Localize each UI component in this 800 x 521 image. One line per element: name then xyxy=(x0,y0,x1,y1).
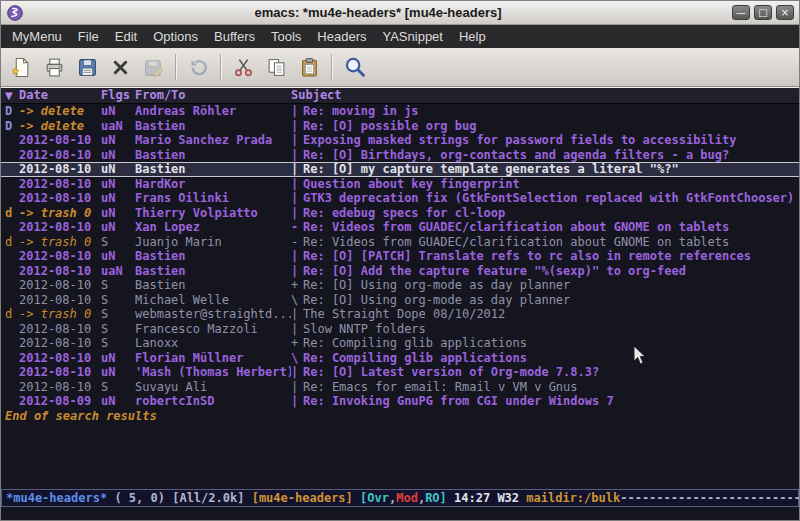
row-thread-indicator: | xyxy=(291,394,303,409)
message-row[interactable]: 2012-08-10uNBastien|Re: [O] my capture t… xyxy=(1,162,799,177)
row-subject: Re: Videos from GUADEC/clarification abo… xyxy=(303,220,799,235)
menu-help[interactable]: Help xyxy=(451,25,494,48)
menu-yasnippet[interactable]: YASnippet xyxy=(374,25,450,48)
message-row[interactable]: 2012-08-10uN'Mash (Thomas Herbert)|Re: [… xyxy=(1,365,799,380)
toolbar-copy-button[interactable] xyxy=(261,52,292,83)
row-flags: uN xyxy=(101,394,135,409)
message-row[interactable]: 2012-08-10uNHardKor|Question about key f… xyxy=(1,177,799,192)
row-flags: uN xyxy=(101,148,135,163)
toolbar-close-button[interactable] xyxy=(105,52,136,83)
column-header-date[interactable]: Date xyxy=(19,88,101,103)
message-row[interactable]: 2012-08-10uNMario Sanchez Prada|Exposing… xyxy=(1,133,799,148)
row-subject: Re: moving in js xyxy=(303,104,799,119)
titlebar[interactable]: emacs: *mu4e-headers* [mu4e-headers] — □… xyxy=(1,1,799,25)
row-thread-indicator: + xyxy=(291,336,303,351)
message-row[interactable]: 2012-08-10uNXan Lopez-Re: Videos from GU… xyxy=(1,220,799,235)
row-flags: uN xyxy=(101,351,135,366)
row-date: 2012-08-10 xyxy=(19,365,101,380)
row-from: Michael Welle xyxy=(135,293,291,308)
message-row[interactable]: 2012-08-10uNFlorian Müllner\Re: Compilin… xyxy=(1,351,799,366)
message-row[interactable]: 2012-08-10SLanoxx+Re: Compiling glib app… xyxy=(1,336,799,351)
message-row[interactable]: 2012-08-10SBastien+Re: [O] Using org-mod… xyxy=(1,278,799,293)
message-row[interactable]: D-> deleteuaNBastien|Re: [O] possible or… xyxy=(1,119,799,134)
message-row[interactable]: 2012-08-10SSuvayu Ali|Re: Emacs for emai… xyxy=(1,380,799,395)
menu-options[interactable]: Options xyxy=(145,25,206,48)
column-header-flags[interactable]: Flgs xyxy=(101,88,135,103)
toolbar-new-file-button[interactable] xyxy=(6,52,37,83)
row-date: -> delete xyxy=(19,119,101,134)
row-date: 2012-08-10 xyxy=(19,293,101,308)
message-row[interactable]: 2012-08-10SFrancesco Mazzoli|Slow NNTP f… xyxy=(1,322,799,337)
toolbar-cut-button[interactable] xyxy=(228,52,259,83)
toolbar-save-button[interactable] xyxy=(72,52,103,83)
row-subject: Re: [O] Using org-mode as day planner xyxy=(303,278,799,293)
toolbar-paste-button[interactable] xyxy=(294,52,325,83)
minimize-button[interactable]: — xyxy=(732,5,750,20)
row-mark xyxy=(5,322,19,337)
row-thread-indicator: | xyxy=(291,191,303,206)
echo-area[interactable] xyxy=(1,507,799,520)
row-date: 2012-08-10 xyxy=(19,133,101,148)
row-subject: Re: [O] my capture template generates a … xyxy=(303,162,799,177)
row-date: 2012-08-09 xyxy=(19,394,101,409)
menu-mymenu[interactable]: MyMenu xyxy=(4,25,70,48)
mode-line[interactable]: *mu4e-headers* ( 5, 0) [All/2.0k] [mu4e-… xyxy=(1,489,799,507)
modeline-dashes: ---------------------------------------- xyxy=(620,491,799,505)
row-date: -> delete xyxy=(19,104,101,119)
message-row[interactable]: 2012-08-10uNBastien|Re: [O] [PATCH] Tran… xyxy=(1,249,799,264)
row-from: Bastien xyxy=(135,148,291,163)
message-row[interactable]: d-> trash 0uNThierry Volpiatto|Re: edebu… xyxy=(1,206,799,221)
row-from: Xan Lopez xyxy=(135,220,291,235)
row-mark xyxy=(5,336,19,351)
save-icon xyxy=(77,57,98,78)
menu-file[interactable]: File xyxy=(70,25,107,48)
message-row[interactable]: d-> trash 0SJuanjo Marin-Re: Videos from… xyxy=(1,235,799,250)
menu-buffers[interactable]: Buffers xyxy=(206,25,263,48)
row-date: 2012-08-10 xyxy=(19,148,101,163)
menu-tools[interactable]: Tools xyxy=(263,25,309,48)
message-row[interactable]: D-> deleteuNAndreas Röhler|Re: moving in… xyxy=(1,104,799,119)
row-date: 2012-08-10 xyxy=(19,322,101,337)
message-row[interactable]: 2012-08-10uNFrans Oilinki|GTK3 deprecati… xyxy=(1,191,799,206)
message-row[interactable]: 2012-08-09uNrobertcInSD|Re: Invoking Gnu… xyxy=(1,394,799,409)
column-header-subject[interactable]: Subject xyxy=(291,88,799,103)
modeline-size: [All/2.0k] xyxy=(172,491,251,505)
toolbar-print-button[interactable] xyxy=(39,52,70,83)
close-button[interactable]: × xyxy=(776,5,794,20)
message-row[interactable]: 2012-08-10uaNBastien|Re: [O] Add the cap… xyxy=(1,264,799,279)
row-mark xyxy=(5,177,19,192)
row-mark xyxy=(5,162,19,177)
modeline-modified: Mod xyxy=(396,491,418,505)
row-subject: The Straight Dope 08/10/2012 xyxy=(303,307,799,322)
message-row[interactable]: 2012-08-10SMichael Welle\Re: [O] Using o… xyxy=(1,293,799,308)
row-flags: uaN xyxy=(101,119,135,134)
row-from: HardKor xyxy=(135,177,291,192)
row-thread-indicator: | xyxy=(291,119,303,134)
toolbar-search-button[interactable] xyxy=(339,52,370,83)
modeline-time: 14:27 xyxy=(454,491,497,505)
row-thread-indicator: | xyxy=(291,148,303,163)
message-row[interactable]: d-> trash 0Swebmaster@straightd...|The S… xyxy=(1,307,799,322)
sort-descending-icon[interactable]: ▼ xyxy=(5,88,19,103)
emacs-icon xyxy=(6,4,24,22)
row-thread-indicator: - xyxy=(291,235,303,250)
maximize-button[interactable]: □ xyxy=(754,5,772,20)
message-row[interactable]: 2012-08-10uNBastien|Re: [O] Birthdays, o… xyxy=(1,148,799,163)
row-from: Francesco Mazzoli xyxy=(135,322,291,337)
row-flags: uN xyxy=(101,365,135,380)
menubar: MyMenuFileEditOptionsBuffersToolsHeaders… xyxy=(1,25,799,48)
search-icon xyxy=(344,56,366,78)
toolbar-save-as-button xyxy=(138,52,169,83)
row-flags: uN xyxy=(101,162,135,177)
row-thread-indicator: | xyxy=(291,380,303,395)
row-subject: Re: Videos from GUADEC/clarification abo… xyxy=(303,235,799,250)
row-thread-indicator: + xyxy=(291,278,303,293)
modeline-read-only: RO xyxy=(425,491,439,505)
toolbar-undo-button xyxy=(183,52,214,83)
menu-edit[interactable]: Edit xyxy=(107,25,145,48)
new-file-icon xyxy=(11,57,32,78)
toolbar xyxy=(1,48,799,87)
row-from: 'Mash (Thomas Herbert) xyxy=(135,365,291,380)
menu-headers[interactable]: Headers xyxy=(309,25,374,48)
column-header-from[interactable]: From/To xyxy=(135,88,291,103)
